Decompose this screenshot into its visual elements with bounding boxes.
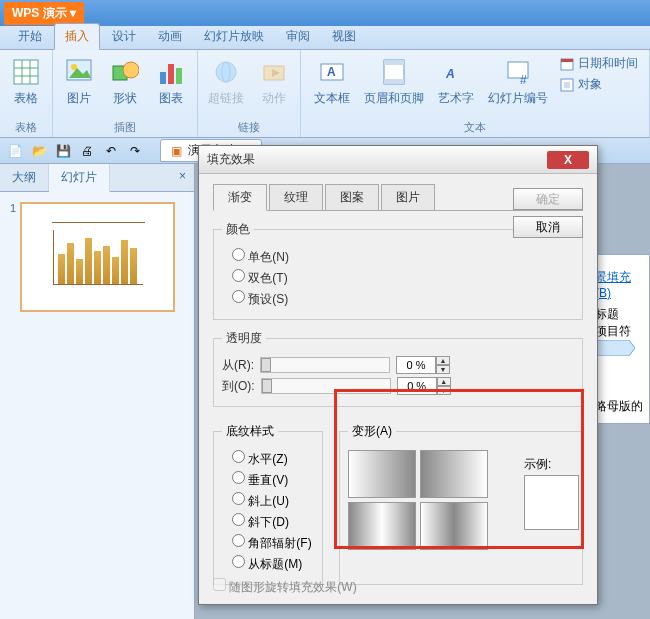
radio-diag-down[interactable]: 斜下(D) bbox=[232, 513, 314, 531]
bullet-shape-icon bbox=[595, 340, 635, 356]
tab-animation[interactable]: 动画 bbox=[148, 24, 192, 49]
group-label-link: 链接 bbox=[238, 120, 260, 137]
open-icon[interactable]: 📂 bbox=[30, 142, 48, 160]
group-label-text: 文本 bbox=[464, 120, 486, 137]
tab-review[interactable]: 审阅 bbox=[276, 24, 320, 49]
ribbon-tabs: 开始 插入 设计 动画 幻灯片放映 审阅 视图 bbox=[0, 26, 650, 50]
slide-number-button[interactable]: #幻灯片编号 bbox=[484, 54, 552, 109]
dialog-title: 填充效果 X bbox=[199, 146, 597, 174]
to-input[interactable] bbox=[397, 377, 437, 395]
tab-gradient[interactable]: 渐变 bbox=[213, 184, 267, 211]
dialog-close-button[interactable]: X bbox=[547, 151, 589, 169]
svg-rect-20 bbox=[384, 79, 404, 84]
svg-point-8 bbox=[123, 62, 139, 78]
svg-rect-25 bbox=[561, 59, 573, 62]
wordart-button[interactable]: A艺术字 bbox=[434, 54, 478, 109]
chart-button[interactable]: 图表 bbox=[151, 54, 191, 109]
ok-button[interactable]: 确定 bbox=[513, 188, 583, 210]
svg-rect-11 bbox=[176, 68, 182, 84]
save-icon[interactable]: 💾 bbox=[54, 142, 72, 160]
radio-corner[interactable]: 角部辐射(F) bbox=[232, 534, 314, 552]
action-button[interactable]: 动作 bbox=[254, 54, 294, 109]
tab-pattern[interactable]: 图案 bbox=[325, 184, 379, 210]
outline-tab[interactable]: 大纲 bbox=[0, 164, 49, 191]
title-label: 标题 bbox=[595, 306, 645, 323]
radio-preset[interactable]: 预设(S) bbox=[232, 290, 574, 308]
radio-from-title[interactable]: 从标题(M) bbox=[232, 555, 314, 573]
chart-icon bbox=[53, 230, 143, 285]
shade-legend: 底纹样式 bbox=[222, 423, 278, 440]
svg-point-6 bbox=[71, 64, 77, 70]
svg-rect-0 bbox=[14, 60, 38, 84]
bg-fill-link[interactable]: 景填充(B) bbox=[595, 269, 645, 300]
bullet-label: 项目符 bbox=[595, 323, 645, 340]
tab-view[interactable]: 视图 bbox=[322, 24, 366, 49]
sample-preview bbox=[524, 475, 579, 530]
variant-3[interactable] bbox=[348, 502, 416, 550]
undo-icon[interactable]: ↶ bbox=[102, 142, 120, 160]
svg-text:A: A bbox=[445, 67, 455, 81]
tab-start[interactable]: 开始 bbox=[8, 24, 52, 49]
textbox-button[interactable]: A文本框 bbox=[310, 54, 354, 109]
print-icon[interactable]: 🖨 bbox=[78, 142, 96, 160]
group-label-table: 表格 bbox=[15, 120, 37, 137]
to-up[interactable]: ▲ bbox=[437, 377, 451, 386]
ribbon: 表格 表格 图片 形状 图表 插图 超链接 动作 链接 A文本框 页眉和页脚 A… bbox=[0, 50, 650, 138]
task-pane: 景填充(B) 标题 项目符 略母版的 bbox=[590, 254, 650, 424]
svg-point-12 bbox=[216, 62, 236, 82]
svg-marker-28 bbox=[595, 340, 635, 356]
header-footer-button[interactable]: 页眉和页脚 bbox=[360, 54, 428, 109]
slides-pane: 大纲 幻灯片 × 1 bbox=[0, 164, 195, 619]
to-slider[interactable] bbox=[261, 378, 391, 394]
new-icon[interactable]: 📄 bbox=[6, 142, 24, 160]
tab-texture[interactable]: 纹理 bbox=[269, 184, 323, 210]
pane-close-icon[interactable]: × bbox=[171, 164, 194, 191]
svg-text:A: A bbox=[327, 65, 336, 79]
rotate-checkbox[interactable]: 随图形旋转填充效果(W) bbox=[213, 578, 357, 596]
svg-text:#: # bbox=[520, 73, 527, 86]
shapes-button[interactable]: 形状 bbox=[105, 54, 145, 109]
svg-rect-9 bbox=[160, 72, 166, 84]
tab-picture[interactable]: 图片 bbox=[381, 184, 435, 210]
variant-1[interactable] bbox=[348, 450, 416, 498]
radio-horizontal[interactable]: 水平(Z) bbox=[232, 450, 314, 468]
variant-2[interactable] bbox=[420, 450, 488, 498]
radio-diag-up[interactable]: 斜上(U) bbox=[232, 492, 314, 510]
color-legend: 颜色 bbox=[222, 221, 254, 238]
tab-slideshow[interactable]: 幻灯片放映 bbox=[194, 24, 274, 49]
svg-rect-19 bbox=[384, 60, 404, 65]
radio-one-color[interactable]: 单色(N) bbox=[232, 248, 574, 266]
app-menu-button[interactable]: WPS 演示 ▾ bbox=[4, 2, 84, 25]
master-label: 略母版的 bbox=[595, 398, 645, 415]
slides-tab[interactable]: 幻灯片 bbox=[49, 164, 110, 192]
redo-icon[interactable]: ↷ bbox=[126, 142, 144, 160]
sample-label: 示例: bbox=[524, 456, 579, 473]
datetime-button[interactable]: 日期和时间 bbox=[558, 54, 640, 73]
radio-two-color[interactable]: 双色(T) bbox=[232, 269, 574, 287]
tab-insert[interactable]: 插入 bbox=[54, 23, 100, 50]
from-slider[interactable] bbox=[260, 357, 390, 373]
svg-rect-27 bbox=[564, 82, 570, 88]
from-up[interactable]: ▲ bbox=[436, 356, 450, 365]
variant-4[interactable] bbox=[420, 502, 488, 550]
to-label: 到(O): bbox=[222, 378, 255, 395]
transparency-legend: 透明度 bbox=[222, 330, 266, 347]
to-down[interactable]: ▼ bbox=[437, 386, 451, 395]
slide-thumbnail[interactable] bbox=[20, 202, 175, 312]
tab-design[interactable]: 设计 bbox=[102, 24, 146, 49]
svg-rect-10 bbox=[168, 64, 174, 84]
from-input[interactable] bbox=[396, 356, 436, 374]
cancel-button[interactable]: 取消 bbox=[513, 216, 583, 238]
object-button[interactable]: 对象 bbox=[558, 75, 640, 94]
group-label-illus: 插图 bbox=[114, 120, 136, 137]
fill-effects-dialog: 填充效果 X 渐变 纹理 图案 图片 确定 取消 颜色 单色(N) 双色(T) … bbox=[198, 145, 598, 605]
variant-legend: 变形(A) bbox=[348, 423, 396, 440]
radio-vertical[interactable]: 垂直(V) bbox=[232, 471, 314, 489]
from-label: 从(R): bbox=[222, 357, 254, 374]
slide-number: 1 bbox=[10, 202, 16, 312]
hyperlink-button[interactable]: 超链接 bbox=[204, 54, 248, 109]
from-down[interactable]: ▼ bbox=[436, 365, 450, 374]
table-button[interactable]: 表格 bbox=[6, 54, 46, 109]
picture-button[interactable]: 图片 bbox=[59, 54, 99, 109]
